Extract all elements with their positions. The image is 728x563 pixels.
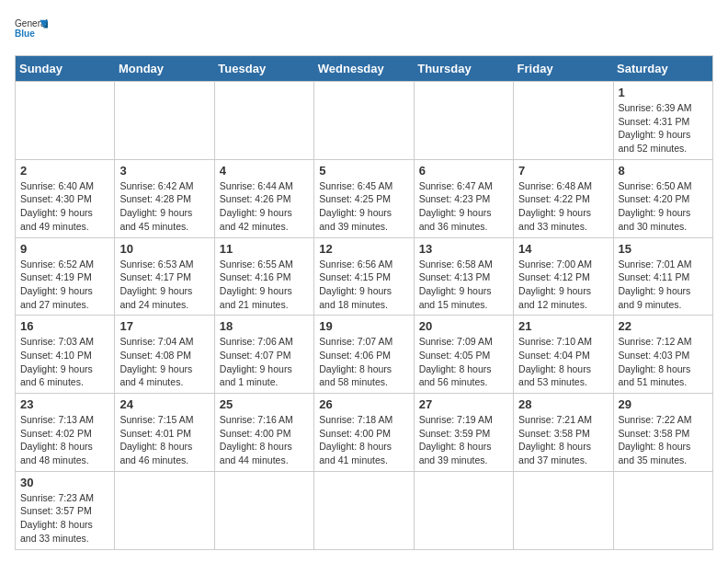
- day-info: Sunrise: 7:01 AM Sunset: 4:11 PM Dayligh…: [619, 258, 708, 312]
- day-number: 23: [20, 397, 109, 411]
- day-info: Sunrise: 6:44 AM Sunset: 4:26 PM Dayligh…: [220, 179, 309, 234]
- day-number: 21: [518, 319, 608, 333]
- day-number: 10: [119, 242, 209, 256]
- calendar-cell: 17Sunrise: 7:04 AM Sunset: 4:08 PM Dayli…: [115, 316, 214, 394]
- day-number: 1: [619, 86, 708, 99]
- calendar-cell: 18Sunrise: 7:06 AM Sunset: 4:07 PM Dayli…: [214, 316, 313, 394]
- calendar-cell: [115, 82, 214, 160]
- day-info: Sunrise: 6:42 AM Sunset: 4:28 PM Dayligh…: [119, 179, 209, 234]
- day-info: Sunrise: 6:52 AM Sunset: 4:19 PM Dayligh…: [20, 258, 109, 312]
- day-info: Sunrise: 7:21 AM Sunset: 3:58 PM Dayligh…: [518, 413, 608, 467]
- calendar-header-monday: Monday: [115, 56, 214, 82]
- calendar-week-1: 1Sunrise: 6:39 AM Sunset: 4:31 PM Daylig…: [16, 82, 713, 160]
- calendar-cell: 10Sunrise: 6:53 AM Sunset: 4:17 PM Dayli…: [115, 237, 214, 316]
- day-number: 18: [220, 319, 309, 333]
- calendar-cell: [214, 82, 313, 160]
- calendar-cell: [613, 471, 712, 549]
- day-info: Sunrise: 7:00 AM Sunset: 4:12 PM Dayligh…: [518, 258, 608, 312]
- calendar-cell: [514, 471, 613, 549]
- calendar-cell: 3Sunrise: 6:42 AM Sunset: 4:28 PM Daylig…: [115, 159, 214, 237]
- calendar-cell: 1Sunrise: 6:39 AM Sunset: 4:31 PM Daylig…: [613, 82, 712, 160]
- day-number: 12: [319, 242, 408, 256]
- day-info: Sunrise: 7:03 AM Sunset: 4:10 PM Dayligh…: [20, 335, 109, 389]
- calendar-header-saturday: Saturday: [613, 56, 712, 82]
- day-number: 29: [619, 397, 708, 411]
- calendar-cell: [314, 82, 414, 160]
- day-number: 7: [518, 164, 608, 178]
- calendar-cell: 15Sunrise: 7:01 AM Sunset: 4:11 PM Dayli…: [613, 237, 712, 316]
- calendar-cell: [514, 82, 613, 160]
- day-info: Sunrise: 7:12 AM Sunset: 4:03 PM Dayligh…: [619, 335, 708, 389]
- day-info: Sunrise: 7:22 AM Sunset: 3:58 PM Dayligh…: [619, 413, 708, 467]
- day-info: Sunrise: 6:40 AM Sunset: 4:30 PM Dayligh…: [20, 179, 109, 234]
- day-info: Sunrise: 7:23 AM Sunset: 3:57 PM Dayligh…: [20, 491, 109, 546]
- day-number: 3: [119, 164, 209, 178]
- day-info: Sunrise: 7:19 AM Sunset: 3:59 PM Dayligh…: [419, 413, 508, 467]
- calendar-cell: 16Sunrise: 7:03 AM Sunset: 4:10 PM Dayli…: [16, 316, 115, 394]
- day-info: Sunrise: 7:15 AM Sunset: 4:01 PM Dayligh…: [119, 413, 209, 467]
- calendar-cell: 24Sunrise: 7:15 AM Sunset: 4:01 PM Dayli…: [115, 394, 214, 472]
- calendar-cell: 2Sunrise: 6:40 AM Sunset: 4:30 PM Daylig…: [16, 159, 115, 237]
- day-info: Sunrise: 6:47 AM Sunset: 4:23 PM Dayligh…: [419, 179, 508, 234]
- calendar-cell: [414, 82, 513, 160]
- calendar-cell: [214, 471, 313, 549]
- day-info: Sunrise: 7:13 AM Sunset: 4:02 PM Dayligh…: [20, 413, 109, 467]
- calendar-cell: [16, 82, 115, 160]
- calendar-header-tuesday: Tuesday: [214, 56, 313, 82]
- day-number: 4: [220, 164, 309, 178]
- calendar-cell: 21Sunrise: 7:10 AM Sunset: 4:04 PM Dayli…: [514, 316, 613, 394]
- calendar-cell: 25Sunrise: 7:16 AM Sunset: 4:00 PM Dayli…: [214, 394, 313, 472]
- calendar-cell: [115, 471, 214, 549]
- day-number: 14: [518, 242, 608, 256]
- day-number: 8: [619, 164, 708, 178]
- calendar-week-3: 9Sunrise: 6:52 AM Sunset: 4:19 PM Daylig…: [16, 237, 713, 316]
- calendar-cell: 6Sunrise: 6:47 AM Sunset: 4:23 PM Daylig…: [414, 159, 513, 237]
- day-number: 2: [20, 164, 109, 178]
- calendar-cell: 27Sunrise: 7:19 AM Sunset: 3:59 PM Dayli…: [414, 394, 513, 472]
- day-info: Sunrise: 7:16 AM Sunset: 4:00 PM Dayligh…: [220, 413, 309, 467]
- calendar-cell: 23Sunrise: 7:13 AM Sunset: 4:02 PM Dayli…: [16, 394, 115, 472]
- calendar-header-thursday: Thursday: [414, 56, 513, 82]
- page-header: General Blue: [15, 15, 713, 48]
- calendar-header-row: SundayMondayTuesdayWednesdayThursdayFrid…: [16, 56, 713, 82]
- day-info: Sunrise: 7:04 AM Sunset: 4:08 PM Dayligh…: [119, 335, 209, 389]
- calendar-cell: 30Sunrise: 7:23 AM Sunset: 3:57 PM Dayli…: [16, 471, 115, 549]
- calendar-cell: 29Sunrise: 7:22 AM Sunset: 3:58 PM Dayli…: [613, 394, 712, 472]
- calendar-cell: 13Sunrise: 6:58 AM Sunset: 4:13 PM Dayli…: [414, 237, 513, 316]
- calendar-table: SundayMondayTuesdayWednesdayThursdayFrid…: [15, 55, 713, 550]
- day-number: 24: [119, 397, 209, 411]
- day-number: 20: [419, 319, 508, 333]
- day-number: 9: [20, 242, 109, 256]
- day-info: Sunrise: 6:58 AM Sunset: 4:13 PM Dayligh…: [419, 258, 508, 312]
- day-info: Sunrise: 6:39 AM Sunset: 4:31 PM Dayligh…: [619, 101, 708, 155]
- day-number: 28: [518, 397, 608, 411]
- calendar-cell: 28Sunrise: 7:21 AM Sunset: 3:58 PM Dayli…: [514, 394, 613, 472]
- calendar-header-sunday: Sunday: [16, 56, 115, 82]
- day-number: 6: [419, 164, 508, 178]
- day-number: 30: [20, 476, 109, 489]
- calendar-cell: 20Sunrise: 7:09 AM Sunset: 4:05 PM Dayli…: [414, 316, 513, 394]
- calendar-week-2: 2Sunrise: 6:40 AM Sunset: 4:30 PM Daylig…: [16, 159, 713, 237]
- calendar-cell: 14Sunrise: 7:00 AM Sunset: 4:12 PM Dayli…: [514, 237, 613, 316]
- day-info: Sunrise: 7:07 AM Sunset: 4:06 PM Dayligh…: [319, 335, 408, 389]
- day-info: Sunrise: 7:10 AM Sunset: 4:04 PM Dayligh…: [518, 335, 608, 389]
- day-number: 19: [319, 319, 408, 333]
- day-info: Sunrise: 6:45 AM Sunset: 4:25 PM Dayligh…: [319, 179, 408, 234]
- calendar-cell: 7Sunrise: 6:48 AM Sunset: 4:22 PM Daylig…: [514, 159, 613, 237]
- logo-icon: General Blue: [15, 15, 48, 48]
- day-number: 22: [619, 319, 708, 333]
- calendar-cell: 4Sunrise: 6:44 AM Sunset: 4:26 PM Daylig…: [214, 159, 313, 237]
- day-number: 26: [319, 397, 408, 411]
- calendar-cell: [314, 471, 414, 549]
- calendar-week-6: 30Sunrise: 7:23 AM Sunset: 3:57 PM Dayli…: [16, 471, 713, 549]
- calendar-cell: [414, 471, 513, 549]
- calendar-header-wednesday: Wednesday: [314, 56, 414, 82]
- day-number: 25: [220, 397, 309, 411]
- day-number: 11: [220, 242, 309, 256]
- calendar-cell: 12Sunrise: 6:56 AM Sunset: 4:15 PM Dayli…: [314, 237, 414, 316]
- calendar-cell: 26Sunrise: 7:18 AM Sunset: 4:00 PM Dayli…: [314, 394, 414, 472]
- day-info: Sunrise: 6:48 AM Sunset: 4:22 PM Dayligh…: [518, 179, 608, 234]
- day-number: 16: [20, 319, 109, 333]
- day-info: Sunrise: 6:55 AM Sunset: 4:16 PM Dayligh…: [220, 258, 309, 312]
- logo: General Blue: [15, 15, 48, 48]
